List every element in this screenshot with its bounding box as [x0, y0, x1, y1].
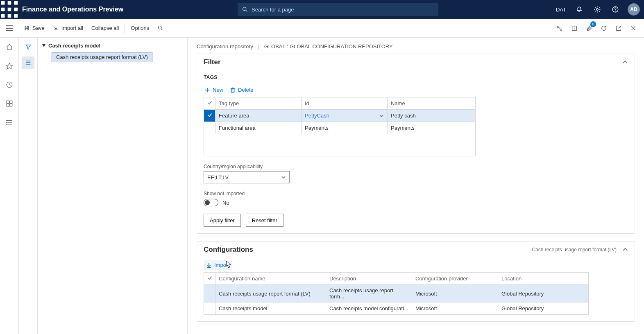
popout-icon[interactable]: [613, 23, 624, 34]
chevron-down-icon[interactable]: [379, 113, 384, 118]
tags-row[interactable]: Feature area PettyCash Petty cash: [204, 110, 476, 122]
configurations-panel: Configurations Cash receipts usage repor…: [197, 241, 635, 322]
delete-tag-button[interactable]: Delete: [229, 85, 254, 95]
recent-icon[interactable]: [5, 80, 14, 89]
app-title: Finance and Operations Preview: [22, 6, 123, 13]
attachment-count-badge: 0: [590, 21, 596, 27]
attachments-icon[interactable]: 0: [583, 23, 595, 34]
tree-filter-icon[interactable]: [22, 41, 34, 53]
import-button[interactable]: Import: [204, 260, 232, 270]
col-tag-type[interactable]: Tag type: [215, 97, 302, 110]
close-icon[interactable]: [628, 23, 639, 34]
svg-rect-47: [231, 89, 234, 92]
svg-rect-18: [26, 28, 28, 30]
filter-title: Filter: [204, 58, 221, 66]
svg-rect-23: [572, 26, 577, 30]
col-id[interactable]: Id: [302, 97, 388, 110]
svg-line-20: [161, 29, 163, 30]
new-tag-button[interactable]: New: [204, 85, 224, 95]
workspaces-icon[interactable]: [5, 99, 14, 108]
config-tree-panel: Cash receipts model Cash receipts usage …: [38, 38, 188, 334]
svg-rect-30: [7, 101, 9, 103]
svg-rect-1: [8, 1, 11, 5]
left-rail: [0, 38, 19, 334]
nav-toggle-icon[interactable]: [3, 25, 16, 31]
tags-grid-empty-area[interactable]: [204, 134, 476, 156]
reset-filter-button[interactable]: Reset filter: [246, 214, 283, 227]
avatar[interactable]: AD: [628, 3, 640, 16]
save-button[interactable]: Save: [20, 19, 49, 37]
tree-child-label: Cash receipts usage report format (LV): [56, 54, 148, 60]
tags-grid: Tag type Id Name Feature area PettyCash …: [204, 97, 476, 134]
svg-rect-6: [1, 14, 5, 18]
toggle-value: No: [222, 200, 229, 206]
svg-marker-28: [6, 63, 12, 69]
country-label: Country/region applicability: [204, 164, 628, 169]
collapse-all-button[interactable]: Collapse all: [87, 19, 123, 37]
breadcrumb-root[interactable]: Configuration repository: [197, 43, 253, 50]
svg-point-39: [6, 124, 7, 125]
svg-marker-40: [26, 45, 31, 50]
svg-point-9: [243, 7, 246, 11]
search-input[interactable]: Search for a page: [238, 3, 438, 16]
modules-icon[interactable]: [5, 118, 14, 127]
filter-panel: Filter TAGS New Delete: [197, 54, 635, 234]
col-location[interactable]: Location: [498, 273, 589, 285]
configurations-subtitle: Cash receipts usage report format (LV): [532, 247, 617, 253]
company-code[interactable]: DAT: [553, 7, 569, 13]
tree-list-icon[interactable]: [22, 56, 34, 69]
col-desc[interactable]: Description: [326, 273, 412, 285]
breadcrumb-leaf: GLOBAL : GLOBAL CONFIGURATION REPOSITORY: [264, 43, 393, 50]
apply-filter-button[interactable]: Apply filter: [204, 214, 241, 227]
home-icon[interactable]: [5, 43, 14, 52]
side-panel-icon[interactable]: [569, 23, 580, 34]
svg-rect-7: [8, 14, 11, 18]
tree-tools-column: [19, 38, 38, 334]
import-all-button[interactable]: Import all: [49, 19, 87, 37]
svg-line-10: [246, 10, 247, 11]
tags-row[interactable]: Functional area Payments Payments: [204, 122, 476, 134]
action-bar: Save Import all Collapse all Options 0: [0, 19, 644, 38]
col-config-name[interactable]: Configuration name: [215, 273, 326, 285]
page-search-icon[interactable]: [153, 19, 168, 37]
chevron-up-icon: [622, 59, 628, 65]
svg-point-38: [6, 122, 7, 123]
notifications-icon[interactable]: [571, 0, 587, 19]
tree-root-node[interactable]: Cash receipts model: [42, 41, 183, 50]
configurations-title: Configurations: [204, 246, 253, 254]
config-row[interactable]: Cash receipts model Cash receipts model …: [204, 302, 589, 315]
svg-rect-32: [7, 104, 9, 106]
svg-marker-44: [42, 44, 45, 47]
svg-line-25: [619, 26, 621, 28]
country-select[interactable]: EE;LT;LV: [204, 171, 290, 183]
tree-root-label: Cash receipts model: [48, 43, 100, 49]
refresh-icon[interactable]: [598, 23, 610, 34]
header-bar: Finance and Operations Preview Search fo…: [0, 0, 644, 19]
favorites-icon[interactable]: [5, 61, 14, 70]
app-launcher-icon[interactable]: [0, 0, 19, 19]
svg-point-13: [615, 11, 616, 11]
svg-rect-31: [9, 101, 12, 103]
chevron-down-icon: [281, 175, 286, 180]
settings-icon[interactable]: [589, 0, 605, 19]
col-provider[interactable]: Configuration provider: [412, 273, 498, 285]
config-row[interactable]: Cash receipts usage report format (LV) C…: [204, 285, 589, 302]
configurations-panel-header[interactable]: Configurations Cash receipts usage repor…: [197, 241, 635, 258]
main-content: Configuration repository | GLOBAL : GLOB…: [188, 38, 644, 334]
svg-rect-17: [26, 26, 27, 27]
tags-label: TAGS: [204, 74, 628, 80]
svg-rect-4: [8, 8, 11, 11]
help-icon[interactable]: [607, 0, 624, 19]
select-all-configs[interactable]: [204, 273, 215, 285]
search-placeholder: Search for a page: [252, 7, 294, 13]
breadcrumb: Configuration repository | GLOBAL : GLOB…: [197, 42, 635, 54]
options-button[interactable]: Options: [127, 19, 153, 37]
tree-child-node[interactable]: Cash receipts usage report format (LV): [52, 52, 152, 62]
chevron-up-icon: [622, 247, 628, 253]
filter-panel-header[interactable]: Filter: [197, 54, 635, 70]
show-not-imported-toggle[interactable]: [204, 199, 218, 206]
connector-icon[interactable]: [554, 23, 565, 34]
svg-rect-0: [1, 1, 5, 5]
select-all-tags[interactable]: [204, 97, 215, 110]
col-name[interactable]: Name: [388, 97, 476, 110]
